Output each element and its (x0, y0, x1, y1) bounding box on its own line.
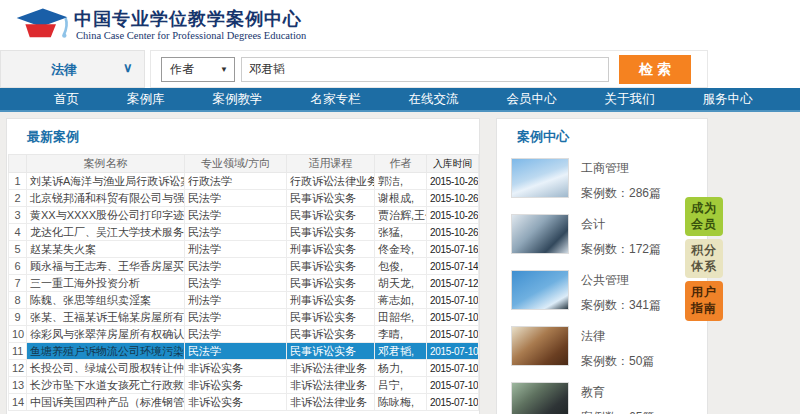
table-row[interactable]: 1刘某诉A海洋与渔业局行政诉讼案行政法学行政诉讼法律业务郭洁,2015-10-2… (9, 173, 479, 190)
case-center-item[interactable]: 公共管理案例数：341篇 (497, 266, 707, 318)
table-row[interactable]: 6顾永福与王志寿、王华香房屋买卖合同民法学民事诉讼实务包俊,2015-07-14 (9, 258, 479, 275)
table-row[interactable]: 2北京锐邦涌和科贸有限公司与强生（上民法学民事诉讼实务谢根成,2015-10-2… (9, 190, 479, 207)
cell-course: 民事诉讼实务 (287, 207, 375, 224)
latest-cases-table-body: 1刘某诉A海洋与渔业局行政诉讼案行政法学行政诉讼法律业务郭洁,2015-10-2… (9, 173, 479, 411)
category-case-count: 案例数：50篇 (581, 353, 654, 370)
nav-item-5[interactable]: 在线交流 (385, 91, 483, 108)
cell-name[interactable]: 黄XX与XXXX股份公司打印字迹时间... (27, 207, 185, 224)
cell-name[interactable]: 鱼塘养殖户诉物流公司环境污染损害案 (27, 343, 185, 360)
cell-field: 民法学 (185, 343, 287, 360)
thumbnail-calculator-image (511, 214, 569, 254)
latest-cases-table: 案例名称 专业领域/方向 适用课程 作者 入库时间 1刘某诉A海洋与渔业局行政诉… (8, 154, 479, 411)
cell-field: 民法学 (185, 275, 287, 292)
case-center-item-text: 公共管理案例数：341篇 (581, 270, 661, 314)
cell-author: 蒋志如, (375, 292, 427, 309)
cell-date: 2015-07-14 (427, 258, 479, 275)
category-name: 法律 (581, 328, 654, 345)
cell-author: 田韶华, (375, 309, 427, 326)
cell-no: 6 (9, 258, 27, 275)
category-dropdown[interactable]: 法律 ∨ (0, 50, 145, 88)
nav-item-2[interactable]: 案例库 (103, 91, 189, 108)
cell-name[interactable]: 长沙市坠下水道女孩死亡行政救助案例 (27, 377, 185, 394)
cell-course: 民事诉讼实务 (287, 343, 375, 360)
cell-author: 胡天龙, (375, 275, 427, 292)
become-member-button[interactable]: 成为会员 (685, 197, 723, 236)
search-field-value: 作者 (170, 62, 194, 76)
table-row[interactable]: 8陈魏、张思等组织卖淫案刑法学刑事诉讼实务蒋志如,2015-07-10 (9, 292, 479, 309)
case-center-item[interactable]: 法律案例数：50篇 (497, 322, 707, 374)
case-center-title: 案例中心 (517, 128, 707, 146)
category-label: 法律 (51, 61, 77, 79)
case-center-item-text: 法律案例数：50篇 (581, 326, 654, 370)
cell-name[interactable]: 赵某某失火案 (27, 241, 185, 258)
cell-no: 10 (9, 326, 27, 343)
cell-field: 刑法学 (185, 241, 287, 258)
table-row[interactable]: 13长沙市坠下水道女孩死亡行政救助案例非诉讼实务非诉讼法律业务吕宁,2015-0… (9, 377, 479, 394)
table-row[interactable]: 10徐彩凤与张翠萍房屋所有权确认纠纷案民法学民事诉讼实务李晴,2015-07-1… (9, 326, 479, 343)
nav-item-7[interactable]: 关于我们 (581, 91, 679, 108)
cell-course: 民事诉讼实务 (287, 326, 375, 343)
thumbnail-education-image (511, 382, 569, 414)
cell-date: 2015-07-10 (427, 343, 479, 360)
latest-cases-title: 最新案例 (27, 128, 479, 146)
site-header: 中国专业学位教学案例中心 China Case Center for Profe… (0, 0, 800, 50)
table-row[interactable]: 5赵某某失火案刑法学刑事诉讼实务佟金玲,2015-07-16 (9, 241, 479, 258)
cell-name[interactable]: 北京锐邦涌和科贸有限公司与强生（上 (27, 190, 185, 207)
cell-name[interactable]: 长投公司、绿城公司股权转让仲裁案（ (27, 360, 185, 377)
cell-field: 非诉讼实务 (185, 394, 287, 411)
category-case-count: 案例数：341篇 (581, 297, 661, 314)
table-row[interactable]: 9张某、王福某诉王锦某房屋所有权确认民法学民事诉讼实务田韶华,2015-07-1… (9, 309, 479, 326)
category-case-count: 案例数：286篇 (581, 185, 661, 202)
nav-item-6[interactable]: 会员中心 (483, 91, 581, 108)
table-row[interactable]: 14中国诉美国四种产品（标准钢管、矩形非诉讼实务非诉讼法律业务陈咏梅,2015-… (9, 394, 479, 411)
cell-no: 13 (9, 377, 27, 394)
cell-no: 9 (9, 309, 27, 326)
case-center-item[interactable]: 会计案例数：172篇 (497, 210, 707, 262)
cell-name[interactable]: 顾永福与王志寿、王华香房屋买卖合同 (27, 258, 185, 275)
table-row[interactable]: 11鱼塘养殖户诉物流公司环境污染损害案民法学民事诉讼实务邓君韬,2015-07-… (9, 343, 479, 360)
case-center-item[interactable]: 教育案例数：65篇 (497, 378, 707, 414)
cell-author: 李晴, (375, 326, 427, 343)
cell-field: 非诉讼实务 (185, 377, 287, 394)
cell-course: 行政诉讼法律业务 (287, 173, 375, 190)
nav-item-4[interactable]: 名家专栏 (287, 91, 385, 108)
cell-name[interactable]: 中国诉美国四种产品（标准钢管、矩形 (27, 394, 185, 411)
site-title: 中国专业学位教学案例中心 (74, 7, 302, 31)
cell-date: 2015-10-26 (427, 190, 479, 207)
cell-course: 刑事诉讼实务 (287, 292, 375, 309)
table-header-row: 案例名称 专业领域/方向 适用课程 作者 入库时间 (9, 155, 479, 173)
site-subtitle: China Case Center for Professional Degre… (76, 30, 306, 41)
cell-date: 2015-07-10 (427, 377, 479, 394)
cell-field: 民法学 (185, 224, 287, 241)
cell-author: 张猛, (375, 224, 427, 241)
cell-name[interactable]: 三一重工海外投资分析 (27, 275, 185, 292)
cell-course: 民事诉讼实务 (287, 275, 375, 292)
search-field-select[interactable]: 作者 ▼ (161, 57, 235, 82)
category-case-count: 案例数：65篇 (581, 409, 654, 414)
cell-name[interactable]: 张某、王福某诉王锦某房屋所有权确认 (27, 309, 185, 326)
cell-date: 2015-10-26 (427, 173, 479, 190)
nav-item-3[interactable]: 案例教学 (189, 91, 287, 108)
cell-author: 陈咏梅, (375, 394, 427, 411)
search-button[interactable]: 检 索 (619, 55, 691, 84)
cell-date: 2015-07-10 (427, 394, 479, 411)
table-row[interactable]: 7三一重工海外投资分析民法学民事诉讼实务胡天龙,2015-07-12 (9, 275, 479, 292)
cell-name[interactable]: 徐彩凤与张翠萍房屋所有权确认纠纷案 (27, 326, 185, 343)
case-center-item[interactable]: 工商管理案例数：286篇 (497, 154, 707, 206)
table-row[interactable]: 12长投公司、绿城公司股权转让仲裁案（非诉讼实务非诉讼法律业务杨力,2015-0… (9, 360, 479, 377)
cell-field: 非诉讼实务 (185, 360, 287, 377)
table-row[interactable]: 4龙达化工厂、吴江大学技术服务合同纠民法学民事诉讼实务张猛,2015-10-26 (9, 224, 479, 241)
cell-no: 3 (9, 207, 27, 224)
nav-item-8[interactable]: 服务中心 (679, 91, 777, 108)
cell-name[interactable]: 刘某诉A海洋与渔业局行政诉讼案 (27, 173, 185, 190)
table-row[interactable]: 3黄XX与XXXX股份公司打印字迹时间...民法学民事诉讼实务贾治辉,王俊201… (9, 207, 479, 224)
category-case-count: 案例数：172篇 (581, 241, 661, 258)
nav-item-1[interactable]: 首页 (30, 91, 103, 108)
cell-name[interactable]: 龙达化工厂、吴江大学技术服务合同纠 (27, 224, 185, 241)
search-input[interactable] (241, 57, 609, 82)
user-guide-button[interactable]: 用户指南 (685, 281, 723, 320)
case-center-list: 工商管理案例数：286篇会计案例数：172篇公共管理案例数：341篇法律案例数：… (497, 154, 707, 414)
cell-name[interactable]: 陈魏、张思等组织卖淫案 (27, 292, 185, 309)
points-system-button[interactable]: 积分体系 (685, 239, 723, 278)
cell-course: 民事诉讼实务 (287, 224, 375, 241)
